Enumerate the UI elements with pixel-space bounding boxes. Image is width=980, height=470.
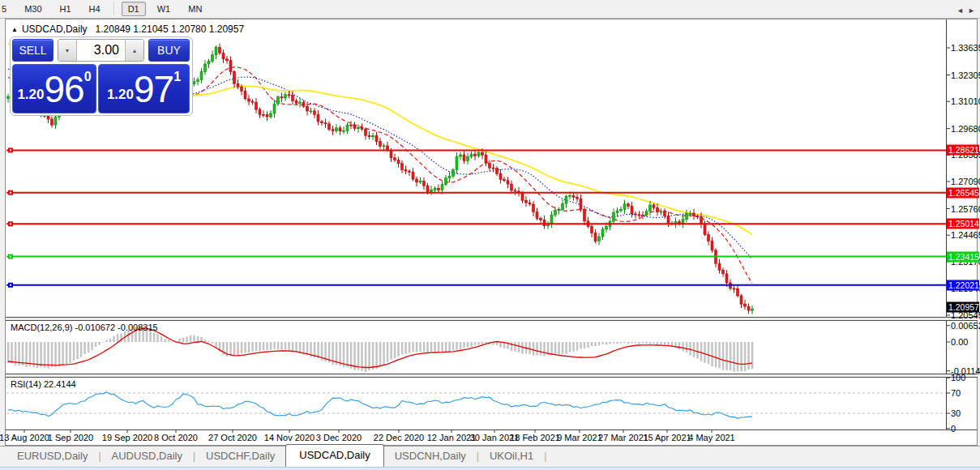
hline-price-badge: 1.28621	[947, 145, 979, 156]
current-price-badge: 1.20957	[947, 301, 979, 312]
price-tick-label: 1.24465	[951, 230, 980, 240]
price-tick-label: 1.32305	[951, 70, 980, 80]
volume-increase-icon[interactable]: ▲	[125, 40, 143, 61]
timeframe-button-5[interactable]: 5	[0, 2, 13, 16]
price-tick-label: 1.27090	[951, 177, 980, 186]
tab-scroll-left-icon[interactable]: ◄	[956, 6, 964, 15]
tab-ukoil-h1[interactable]: UKOil,H1	[479, 446, 544, 467]
buy-price-major: 1.20	[107, 87, 134, 103]
macd-tick-label: 0.006521	[951, 321, 980, 331]
price-tick-label: 1.33635	[951, 43, 980, 53]
tab-eurusd-daily[interactable]: EURUSD,Daily	[6, 446, 98, 467]
timeframe-button-MN[interactable]: MN	[182, 2, 208, 16]
rsi-indicator-label: RSI(14) 22.4144	[11, 379, 76, 389]
buy-button[interactable]: BUY	[148, 39, 190, 62]
date-tick-label: 22 Dec 2020	[370, 433, 427, 442]
tab-audusd-daily[interactable]: AUDUSD,Daily	[101, 446, 193, 467]
buy-price-point: 1	[173, 70, 181, 84]
rsi-tick-label: 70	[951, 388, 961, 398]
macd-indicator-label: MACD(12,26,9) -0.010672 -0.008315	[11, 323, 158, 332]
rsi-tick-label: 30	[951, 408, 961, 418]
rsi-tick-label: 0	[951, 424, 956, 434]
rsi-tick-label: 100	[951, 373, 965, 382]
hline-price-badge: 1.25014	[947, 219, 979, 229]
chart-tab-bar: EURUSD,Daily|AUDUSD,Daily|USDCHF,DailyUS…	[0, 446, 980, 468]
volume-decrease-icon[interactable]: ▼	[58, 40, 77, 61]
chart-window-icon: ▲	[11, 26, 18, 33]
volume-spinner: ▼ 3.00 ▲	[58, 39, 144, 62]
one-click-trading-panel: SELL ▼ 3.00 ▲ BUY 1.20 96 0 1.20 97 1	[10, 36, 193, 116]
rsi-panel-separator[interactable]	[6, 374, 978, 378]
date-tick-label: 3 Dec 2020	[310, 433, 367, 442]
date-tick-label: 4 May 2021	[683, 433, 740, 442]
timeframe-button-D1[interactable]: D1	[122, 2, 146, 16]
date-tick-label: 8 Oct 2020	[148, 433, 204, 442]
timeframe-button-H4[interactable]: H4	[83, 2, 107, 16]
tab-usdcad-daily[interactable]: USDCAD,Daily	[285, 444, 383, 467]
volume-input[interactable]: 3.00	[77, 40, 125, 61]
sell-button[interactable]: SELL	[12, 39, 53, 62]
timeframe-button-W1[interactable]: W1	[151, 2, 178, 16]
mt4-terminal: 5M30H1H4D1W1MN ▲USDCAD,Daily1.20849 1.21…	[0, 0, 980, 470]
price-tick-label: 1.31010	[951, 96, 980, 106]
hline-price-badge: 1.23415	[947, 251, 979, 262]
sell-price-major: 1.20	[17, 87, 44, 103]
sell-price-pips: 96	[45, 70, 84, 108]
time-axis-border	[6, 429, 978, 430]
chart-symbol-label: USDCAD,Daily	[22, 24, 88, 35]
sell-price-point: 0	[84, 70, 92, 84]
tab-scroll-right-icon[interactable]: ►	[968, 6, 975, 15]
buy-price-button[interactable]: 1.20 97 1	[98, 64, 190, 113]
hline-price-badge: 1.26545	[947, 187, 979, 198]
hline-price-badge: 1.22021	[947, 280, 979, 290]
macd-tick-label: 0.00	[951, 337, 968, 347]
price-tick-label: 1.29680	[951, 124, 980, 134]
timeframe-button-H1[interactable]: H1	[53, 2, 78, 16]
timeframe-toolbar: 5M30H1H4D1W1MN	[0, 0, 980, 19]
timeframe-button-M30[interactable]: M30	[18, 2, 48, 16]
chart-title: ▲USDCAD,Daily1.20849 1.21045 1.20780 1.2…	[11, 24, 244, 35]
tab-divider: |	[544, 451, 546, 467]
buy-price-pips: 97	[134, 70, 173, 108]
toolbar-separator	[113, 2, 115, 15]
date-tick-label: 14 Nov 2020	[261, 433, 318, 442]
sell-price-button[interactable]: 1.20 96 0	[12, 64, 96, 113]
tab-usdcnh-daily[interactable]: USDCNH,Daily	[384, 446, 477, 467]
tab-usdchf-daily[interactable]: USDCHF,Daily	[195, 446, 285, 467]
date-tick-label: 1 Sep 2020	[42, 433, 99, 442]
price-tick-label: 1.25760	[951, 204, 980, 214]
macd-panel-separator[interactable]	[6, 317, 978, 321]
date-tick-label: 27 Oct 2020	[204, 433, 261, 442]
ohlc-values: 1.20849 1.21045 1.20780 1.20957	[96, 24, 245, 35]
